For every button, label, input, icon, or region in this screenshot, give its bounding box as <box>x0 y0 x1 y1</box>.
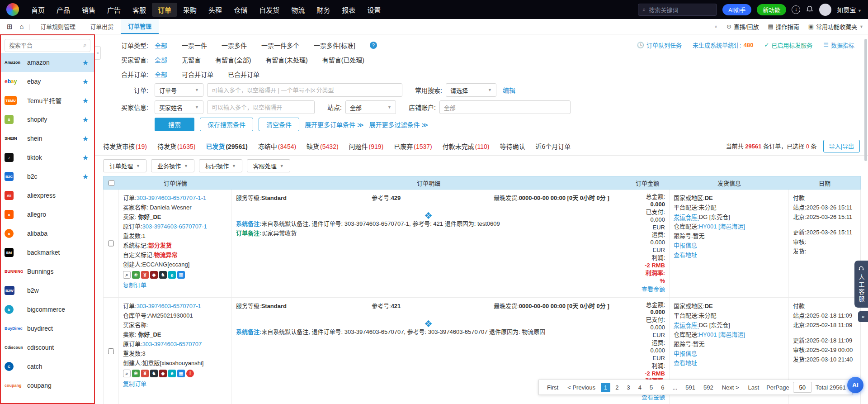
save-search-button[interactable]: 保存搜索条件 <box>200 118 253 131</box>
panel-icon[interactable]: ▦ <box>177 271 185 279</box>
platform-item-catch[interactable]: Ccatch <box>1 357 94 376</box>
site-select[interactable]: 全部 ▼ <box>345 100 396 114</box>
page-number-591[interactable]: 591 <box>682 383 698 392</box>
workspace-tab[interactable]: 订单管理 <box>121 19 159 34</box>
collapse-panel-button[interactable]: » <box>858 311 868 322</box>
star-icon[interactable]: ★ <box>82 134 89 143</box>
human-support-tab[interactable]: 人工客服 <box>854 261 868 308</box>
nav-item-客服[interactable]: 客服 <box>127 3 152 17</box>
filter-option[interactable]: 有留言(未处理) <box>265 55 307 64</box>
platform-item-ebay[interactable]: ebayebay★ <box>1 72 94 91</box>
platform-item-coupang[interactable]: coupangcoupang <box>1 376 94 395</box>
download-icon[interactable]: ↓ <box>792 5 800 14</box>
order-link[interactable]: 303-3974603-6570707-1-1 <box>137 195 207 201</box>
platform-item-b2c[interactable]: B2Cb2c★ <box>1 167 94 186</box>
page-number-5[interactable]: 5 <box>646 383 656 392</box>
platform-item-b2w[interactable]: B2Wb2w <box>1 281 94 300</box>
status-tab-付款未完成[interactable]: 付款未完成(110) <box>443 142 490 151</box>
shipping-link[interactable]: HY001 [海邑海运] <box>699 223 745 230</box>
filter-option[interactable]: 一票一件 <box>182 41 207 50</box>
platform-item-aliexpress[interactable]: Alialiexpress <box>1 186 94 205</box>
ai-assistant-button[interactable]: AI助手 <box>722 4 751 15</box>
label-service-link[interactable]: ✓已启用标发服务 <box>764 41 812 49</box>
filter-option[interactable]: 全部 <box>155 41 167 50</box>
vehicle-icon[interactable]: ♞ <box>159 271 167 279</box>
shipping-link[interactable]: 申报信息 <box>674 350 697 357</box>
sidebar-collapse-handle[interactable]: « <box>95 46 101 60</box>
status-tab-冻结中[interactable]: 冻结中(3454) <box>258 142 296 151</box>
global-search-input[interactable]: ⌕ 搜索关键词 <box>638 4 717 16</box>
shop-account-input[interactable] <box>439 100 571 114</box>
main-scrollbar[interactable] <box>864 39 867 161</box>
magnifier-icon[interactable]: ⌕ <box>123 370 131 377</box>
status-tab-待发货审核[interactable]: 待发货审核(19) <box>103 142 147 151</box>
shipping-link[interactable]: 查看地址 <box>674 252 697 258</box>
page-first[interactable]: First <box>543 383 562 392</box>
page-number-2[interactable]: 2 <box>612 383 622 392</box>
status-tab-已废弃[interactable]: 已废弃(1537) <box>394 142 432 151</box>
tabbar-link[interactable]: ▤操作指南 <box>768 22 799 31</box>
filter-option[interactable]: 无留言 <box>182 55 201 64</box>
nav-item-报表[interactable]: 报表 <box>336 3 361 17</box>
platform-item-backmarket[interactable]: BMbackmarket <box>1 243 94 262</box>
buyer-field-select[interactable]: 买家姓名 ▼ <box>155 100 203 114</box>
nav-item-财务[interactable]: 财务 <box>311 3 336 17</box>
filter-option[interactable]: 有留言(全部) <box>215 55 251 64</box>
nav-item-头程[interactable]: 头程 <box>203 3 228 17</box>
e-service-icon[interactable]: e <box>168 370 176 377</box>
filter-option[interactable]: 一票一件多个 <box>261 41 299 50</box>
common-search-select[interactable]: 请选择 ▼ <box>446 83 496 97</box>
magnifier-icon[interactable]: ⌕ <box>123 271 131 279</box>
status-tab-近6个月订单[interactable]: 近6个月订单 <box>535 142 571 151</box>
info-icon[interactable]: ? <box>370 42 377 49</box>
shipping-link[interactable]: 查看地址 <box>674 360 697 366</box>
row-checkbox[interactable] <box>108 193 114 294</box>
edit-common-search-link[interactable]: 编辑 <box>503 86 515 95</box>
status-tab-待发货[interactable]: 待发货(1635) <box>157 142 195 151</box>
workspace-tab[interactable]: 订单出货 <box>83 19 121 34</box>
star-icon[interactable]: ★ <box>82 115 89 124</box>
filter-option[interactable]: 一票多件[标准] <box>314 41 355 50</box>
order-queue-link[interactable]: 🕓订单队列任务 <box>637 41 682 49</box>
page-next[interactable]: Next > <box>718 383 743 392</box>
platform-item-amazon[interactable]: Amazonamazon★ <box>1 53 94 72</box>
star-icon[interactable]: ★ <box>82 172 89 181</box>
view-amount-link[interactable]: 查看金额 <box>629 286 665 294</box>
order-number-input[interactable] <box>207 83 402 97</box>
ai-helper-button[interactable]: AI <box>847 377 863 393</box>
row-checkbox[interactable] <box>108 301 114 402</box>
new-features-button[interactable]: 新功能 <box>757 4 786 15</box>
filter-option[interactable]: 一票多件 <box>222 41 247 50</box>
order-number-type-select[interactable]: 订单号 ▼ <box>155 83 203 97</box>
vehicle-icon[interactable]: ♞ <box>150 370 158 377</box>
nav-item-订单[interactable]: 订单 <box>152 3 177 17</box>
star-icon[interactable]: ★ <box>82 153 89 162</box>
nav-item-自发货[interactable]: 自发货 <box>253 3 285 17</box>
page-number-6[interactable]: 6 <box>658 383 667 392</box>
status-tab-缺货[interactable]: 缺货(5432) <box>307 142 338 151</box>
money-bag-icon[interactable]: ¥ <box>141 370 149 377</box>
order-link[interactable]: 303-3974603-6570707 <box>142 341 202 347</box>
toolbar-button-业务操作[interactable]: 业务操作▼ <box>151 159 194 172</box>
platform-item-cdiscount[interactable]: Cdiscountcdiscount <box>1 338 94 357</box>
status-tab-等待确认[interactable]: 等待确认 <box>500 142 525 151</box>
page-number-3[interactable]: 3 <box>623 383 633 392</box>
tabbar-link[interactable]: ▣常用功能收藏夹▼ <box>808 22 863 31</box>
star-icon[interactable]: ★ <box>82 58 89 67</box>
page-number-592[interactable]: 592 <box>700 383 717 392</box>
nav-item-首页[interactable]: 首页 <box>25 3 51 17</box>
nav-item-物流[interactable]: 物流 <box>285 3 311 17</box>
nav-item-仓储[interactable]: 仓储 <box>228 3 253 17</box>
order-link[interactable]: 303-3974603-6570707-1 <box>137 303 201 309</box>
platform-item-shopify[interactable]: Sshopify★ <box>1 110 94 129</box>
star-icon[interactable]: ★ <box>82 77 89 86</box>
clear-conditions-button[interactable]: 清空条件 <box>259 118 299 131</box>
user-avatar[interactable] <box>819 4 831 16</box>
search-button[interactable]: 搜索 <box>155 118 194 131</box>
platform-item-ca[interactable]: caca <box>1 395 94 403</box>
filter-option[interactable]: 可合并订单 <box>182 70 213 79</box>
status-tab-问题件[interactable]: 问题件(919) <box>349 142 384 151</box>
shipping-link[interactable]: HY001 [海邑海运] <box>699 331 745 338</box>
nav-item-产品[interactable]: 产品 <box>51 3 76 17</box>
alert-icon[interactable]: ! <box>186 370 194 377</box>
